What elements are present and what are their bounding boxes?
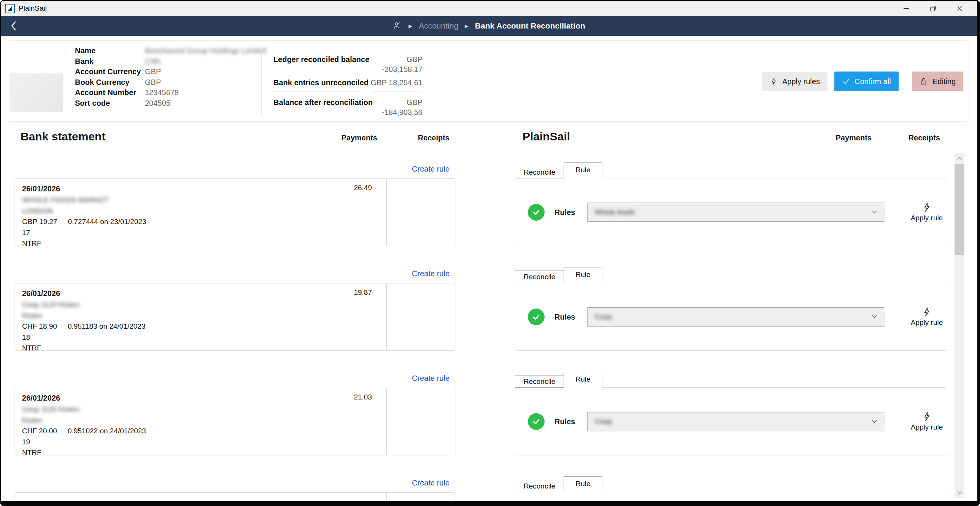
rule-matched-icon [528,308,544,325]
bank-entry-card: 26/01/2026 Coop 1120 Kloten Kloten CHF 1… [14,283,456,351]
rule-dropdown[interactable]: Whole foods [587,203,884,222]
tab-reconcile[interactable]: Reconcile [515,480,564,492]
tab-rule[interactable]: Rule [563,372,602,388]
payments-header-right: Payments [813,134,872,142]
reconciliation-row: Create rule Reconcile Rule 26/01/2026 Co… [1,267,977,352]
entry-date: 26/01/2026 [22,288,448,298]
fx-line: GBP 19.270.727444 on 23/01/2023 [22,217,448,228]
fx-rate: 0.951022 on 24/01/2023 [68,427,146,435]
merchant-line1: Coop 1120 Kloten [22,299,448,310]
balances-divider [274,91,423,92]
bank-statement-title: Bank statement [21,130,105,143]
field-label: Account Currency [75,67,145,77]
tab-rule[interactable]: Rule [563,163,602,179]
tab-reconcile[interactable]: Reconcile [515,270,564,283]
confirm-all-button[interactable]: Confirm all [834,72,899,91]
create-rule-link[interactable]: Create rule [395,165,450,174]
chevron-down-icon [872,315,877,318]
ledger-balance-value: GBP -203,158.17 [369,54,423,74]
unreconciled-value: GBP 18,254.61 [369,78,423,88]
create-rule-link[interactable]: Create rule [395,374,450,383]
confirm-all-label: Confirm all [854,77,891,86]
back-button[interactable] [5,18,22,34]
create-rule-link[interactable]: Create rule [395,269,450,278]
book-currency-value: GBP [145,77,161,88]
window-title: PlainSail [19,4,47,13]
payments-value: 19.87 [319,288,372,297]
entry-date: 26/01/2026 [22,393,448,403]
apply-rules-button[interactable]: Apply rules [762,72,827,91]
entry-sequence: 17 [22,228,448,239]
apply-rule-label: Apply rule [911,318,943,326]
entry-date: 26/01/2026 [22,184,448,194]
rule-matched-icon [528,204,544,221]
chevron-down-icon [872,420,877,423]
scroll-down-icon[interactable] [955,487,964,498]
account-name-value: Beechwood Group Holdings Limited [145,46,266,56]
apply-rule-button[interactable]: Apply rule [904,203,950,222]
balances-panel: Ledger reconciled balanceGBP -203,158.17… [274,54,423,121]
account-header-card: NameBeechwood Group Holdings Limited Ban… [7,40,969,122]
rule-card: Rules Coop Apply rule [515,283,947,351]
lightning-icon [770,78,778,86]
payments-value: 21.03 [319,393,372,401]
tab-rule[interactable]: Rule [563,476,602,492]
rules-label: Rules [554,417,575,426]
breadcrumb-arrow-icon: ▶ [409,23,412,29]
editing-badge[interactable]: Editing [912,72,963,91]
header-underline [14,153,948,153]
tab-rule[interactable]: Rule [563,267,602,283]
lightning-icon [922,307,932,317]
unlock-icon [920,77,928,86]
minimize-icon[interactable] [893,1,920,16]
close-icon[interactable] [946,1,973,16]
receipts-column-divider [387,493,387,501]
nav-bar: ▶ Accounting ▶ Bank Account Reconciliati… [1,16,977,36]
scrollbar-thumb[interactable] [955,164,964,255]
bank-value: CWL [145,56,162,67]
reconciliation-row: Create rule Reconcile Rule 26/01/2026 WH… [1,163,977,248]
rule-dropdown[interactable]: Coop [587,412,884,431]
user-icon [393,21,402,30]
create-rule-link[interactable]: Create rule [395,479,450,487]
fx-line: CHF 20.000.951022 on 24/01/2023 [22,426,448,437]
breadcrumb: ▶ Accounting ▶ Bank Account Reconciliati… [1,16,977,36]
fx-amount: CHF 20.00 [22,427,57,435]
row-tabs: Reconcile Rule [515,267,602,283]
rule-dropdown[interactable]: Coop [587,307,884,326]
scroll-up-icon[interactable] [955,153,964,164]
sort-code-value: 204505 [145,98,170,109]
title-bar: PlainSail [1,1,977,16]
account-number-value: 12345678 [145,88,179,98]
field-label: Account Number [75,88,145,98]
breadcrumb-page-title: Bank Account Reconciliation [475,21,585,30]
vertical-scrollbar[interactable] [955,153,964,498]
fx-amount: GBP 19.27 [22,218,57,226]
merchant-line2: Kloten [22,415,448,426]
merchant-line1: WHOLE FOODS MARKET [22,195,448,206]
header-divider [261,46,262,115]
tab-reconcile[interactable]: Reconcile [515,375,564,388]
field-label: Name [75,46,145,56]
receipts-column-divider [387,179,387,246]
apply-rule-button[interactable]: Apply rule [904,412,950,431]
tab-reconcile[interactable]: Reconcile [515,166,564,179]
rule-card: Rules Whole foods Apply rule [515,178,947,246]
breadcrumb-accounting[interactable]: Accounting [419,21,458,30]
checkmark-icon [842,78,850,86]
entry-type: NTRF [22,238,448,249]
main-content: NameBeechwood Group Holdings Limited Ban… [1,36,977,501]
after-reconciliation-value: GBP -184,903.56 [373,97,423,117]
field-label: Sort code [75,98,145,109]
reconciliation-row-partial: Create rule Reconcile Rule [1,476,977,501]
field-label: Book Currency [75,77,145,88]
app-window: PlainSail ▶ Accountin [0,0,980,506]
rule-dropdown-value: Whole foods [595,208,635,217]
balance-label: Balance after reconciliation [274,97,373,117]
restore-icon[interactable] [920,1,946,16]
row-tabs: Reconcile Rule [515,372,602,388]
editing-label: Editing [932,77,956,86]
balance-label: Ledger reconciled balance [274,54,369,74]
apply-rule-button[interactable]: Apply rule [904,307,950,327]
merchant-line2: Kloten [22,310,448,321]
